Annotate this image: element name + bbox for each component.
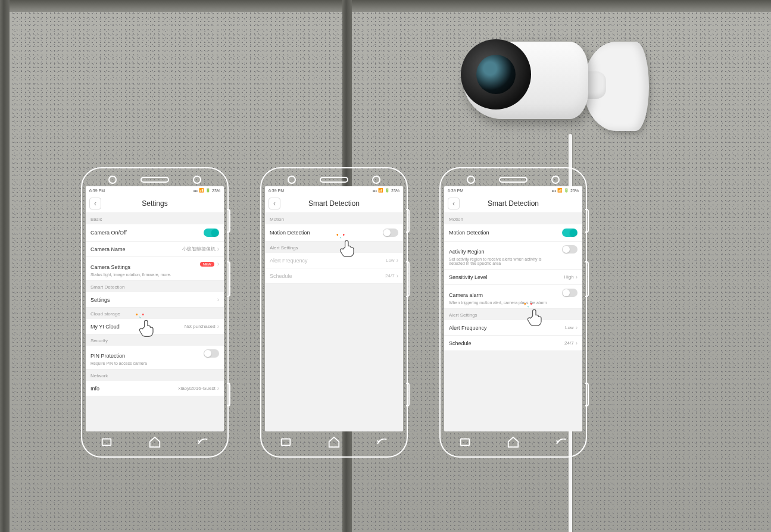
chevron-right-icon: › xyxy=(397,273,398,279)
section-header-smart: Smart Detection xyxy=(86,281,224,292)
back-nav-icon[interactable] xyxy=(196,436,210,451)
status-icons: •••📶🔋 23% xyxy=(552,188,579,193)
row-info[interactable]: Info xiaoyi2016-Guest › xyxy=(86,381,224,396)
label: Info xyxy=(90,386,99,392)
sublabel: Set activity region to receive alerts wh… xyxy=(449,257,558,265)
home-icon[interactable] xyxy=(148,436,161,451)
toggle-activity-region[interactable] xyxy=(562,245,578,254)
phone-nav xyxy=(261,435,407,452)
row-sensitivity[interactable]: Sensitivity Level High › xyxy=(444,270,582,285)
value: Low xyxy=(386,258,395,263)
label: Schedule xyxy=(270,273,292,279)
chevron-right-icon: › xyxy=(576,274,578,280)
status-bar: 6:39 PM •••📶🔋 23% xyxy=(444,186,582,195)
title-bar: ‹ Settings xyxy=(86,195,224,213)
label: Activity Region xyxy=(449,249,485,255)
toggle-motion-detection[interactable] xyxy=(383,229,398,237)
back-nav-icon[interactable] xyxy=(376,436,389,451)
label: Alert Frequency xyxy=(270,258,308,264)
row-activity-region[interactable]: Activity Region Set activity region to r… xyxy=(444,242,582,270)
wall-seam xyxy=(0,0,10,532)
section-header-basic: Basic xyxy=(86,213,224,224)
label: Camera Settings xyxy=(90,264,130,270)
recents-icon[interactable] xyxy=(458,436,472,451)
chevron-left-icon: ‹ xyxy=(94,199,96,208)
toggle-pin[interactable] xyxy=(204,349,219,358)
phone-mockup-smart-off: 6:39 PM •••📶🔋 23% ‹ Smart Detection Moti… xyxy=(260,167,408,458)
row-smart-settings[interactable]: Settings › xyxy=(86,292,224,308)
phone-nav xyxy=(441,435,586,452)
row-motion-detection[interactable]: Motion Detection xyxy=(444,224,582,242)
toggle-camera-alarm[interactable] xyxy=(562,289,578,297)
label: PIN Protection xyxy=(90,353,125,359)
chevron-right-icon: › xyxy=(217,323,219,330)
status-bar: 6:39 PM •••📶🔋 23% xyxy=(265,186,403,195)
status-time: 6:39 PM xyxy=(448,189,463,193)
chevron-right-icon: › xyxy=(576,340,578,346)
row-my-yi-cloud[interactable]: My YI Cloud Not purchased › xyxy=(86,319,224,334)
title-bar: ‹ Smart Detection xyxy=(265,195,403,213)
back-button[interactable]: ‹ xyxy=(269,198,280,209)
recents-icon[interactable] xyxy=(100,436,113,451)
toggle-motion-detection[interactable] xyxy=(562,229,578,237)
label: My YI Cloud xyxy=(90,324,120,330)
phone-nav xyxy=(82,435,227,452)
screen-smart-on: 6:39 PM •••📶🔋 23% ‹ Smart Detection Moti… xyxy=(444,186,582,431)
value: 24/7 xyxy=(564,340,574,346)
row-camera-onoff[interactable]: Camera On/Off xyxy=(86,224,224,242)
page-title: Settings xyxy=(142,199,167,208)
status-icons: •••📶🔋 23% xyxy=(373,188,399,193)
toggle-camera-onoff[interactable] xyxy=(204,229,219,237)
phone-mockup-settings: 6:39 PM •••📶🔋 23% ‹ Settings Basic Camer… xyxy=(81,167,229,458)
value: xiaoyi2016-Guest xyxy=(178,386,215,391)
section-header-cloud: Cloud storage xyxy=(86,308,224,319)
sublabel: When triggering motion alert, camera pla… xyxy=(449,301,558,305)
section-header-network: Network xyxy=(86,370,224,381)
value: 小蚁智能摄像机 xyxy=(182,246,216,252)
value: Not purchased xyxy=(185,324,216,329)
row-alert-frequency[interactable]: Alert Frequency Low › xyxy=(444,320,582,336)
section-header-motion: Motion xyxy=(265,213,403,224)
label: Sensitivity Level xyxy=(449,274,488,280)
sublabel: Status light, image rotation, firmware, … xyxy=(90,273,196,277)
status-time: 6:39 PM xyxy=(269,189,284,193)
row-camera-settings[interactable]: Camera Settings Status light, image rota… xyxy=(86,257,224,281)
section-header-alert: Alert Settings xyxy=(444,309,582,320)
recents-icon[interactable] xyxy=(279,436,292,451)
label: Camera On/Off xyxy=(90,230,127,236)
row-camera-alarm[interactable]: Camera alarm When triggering motion aler… xyxy=(444,285,582,309)
label: Motion Detection xyxy=(270,230,310,236)
phone-mockup-smart-on: 6:39 PM •••📶🔋 23% ‹ Smart Detection Moti… xyxy=(439,167,587,458)
row-camera-name[interactable]: Camera Name 小蚁智能摄像机 › xyxy=(86,242,224,257)
chevron-right-icon: › xyxy=(397,257,398,264)
row-schedule: Schedule 24/7 › xyxy=(265,268,403,284)
status-time: 6:39 PM xyxy=(89,189,105,193)
chevron-left-icon: ‹ xyxy=(273,199,276,208)
home-icon[interactable] xyxy=(327,436,341,451)
label: Camera Name xyxy=(90,246,126,252)
security-camera xyxy=(447,18,649,155)
label: Settings xyxy=(90,297,110,303)
page-title: Smart Detection xyxy=(308,199,360,208)
row-pin-protection[interactable]: PIN Protection Require PIN to access cam… xyxy=(86,346,224,370)
label: Camera alarm xyxy=(449,292,483,298)
screen-settings: 6:39 PM •••📶🔋 23% ‹ Settings Basic Camer… xyxy=(86,186,224,431)
back-button[interactable]: ‹ xyxy=(448,198,460,209)
chevron-right-icon: › xyxy=(217,261,219,267)
row-alert-frequency: Alert Frequency Low › xyxy=(265,253,403,268)
svg-rect-0 xyxy=(102,439,111,446)
back-nav-icon[interactable] xyxy=(555,436,568,451)
home-icon[interactable] xyxy=(507,436,520,451)
row-motion-detection[interactable]: Motion Detection xyxy=(265,224,403,242)
row-schedule[interactable]: Schedule 24/7 › xyxy=(444,336,582,351)
svg-rect-1 xyxy=(281,439,290,446)
chevron-right-icon: › xyxy=(217,246,219,252)
chevron-left-icon: ‹ xyxy=(452,199,455,208)
status-bar: 6:39 PM •••📶🔋 23% xyxy=(86,186,224,195)
screen-smart-off: 6:39 PM •••📶🔋 23% ‹ Smart Detection Moti… xyxy=(265,186,403,431)
chevron-right-icon: › xyxy=(576,324,578,331)
back-button[interactable]: ‹ xyxy=(89,198,101,209)
status-battery: 23% xyxy=(212,189,220,193)
page-title: Smart Detection xyxy=(488,199,539,208)
section-header-alert: Alert Settings xyxy=(265,242,403,253)
